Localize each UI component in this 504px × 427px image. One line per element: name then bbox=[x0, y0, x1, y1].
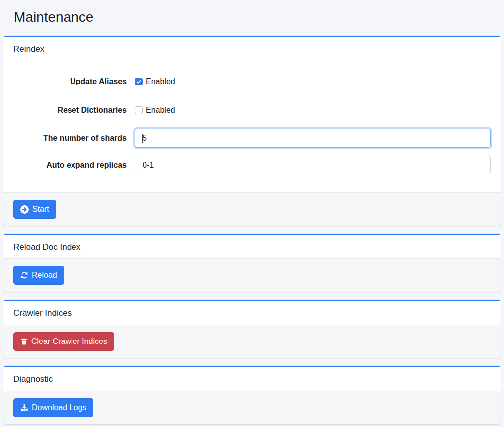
crawler-indices-card-header: Crawler Indices bbox=[3, 301, 501, 325]
update-aliases-row: Update Aliases Enabled bbox=[13, 71, 491, 92]
update-aliases-checkbox-label: Enabled bbox=[146, 77, 175, 86]
clear-crawler-indices-button-label: Clear Crawler Indices bbox=[31, 337, 107, 346]
diagnostic-card-title: Diagnostic bbox=[13, 374, 53, 384]
update-aliases-checkbox[interactable] bbox=[135, 78, 143, 85]
number-of-shards-row: The number of shards bbox=[13, 129, 491, 148]
arrow-circle-right-icon bbox=[20, 205, 29, 214]
update-aliases-label: Update Aliases bbox=[13, 77, 127, 86]
number-of-shards-label: The number of shards bbox=[13, 133, 127, 143]
reindex-card: Reindex Update Aliases Enabled Reset Dic… bbox=[3, 36, 501, 226]
page-title: Maintenance bbox=[14, 9, 490, 26]
reload-button[interactable]: Reload bbox=[13, 266, 64, 285]
number-of-shards-input[interactable] bbox=[135, 129, 491, 148]
crawler-indices-card-title: Crawler Indices bbox=[13, 308, 72, 318]
reload-doc-index-card-header: Reload Doc Index bbox=[3, 235, 501, 259]
reindex-card-body: Update Aliases Enabled Reset Dictionarie… bbox=[3, 61, 501, 192]
reset-dictionaries-label: Reset Dictionaries bbox=[13, 105, 127, 115]
start-button-label: Start bbox=[32, 205, 49, 214]
trash-icon bbox=[20, 338, 28, 345]
auto-expand-replicas-field bbox=[135, 156, 491, 174]
reset-dictionaries-checkbox-label: Enabled bbox=[146, 106, 175, 115]
reload-doc-index-card: Reload Doc Index Reload bbox=[3, 234, 501, 292]
reindex-card-header: Reindex bbox=[3, 37, 501, 61]
download-logs-button-label: Download Logs bbox=[32, 403, 86, 412]
reload-doc-index-card-footer: Reload bbox=[3, 259, 501, 292]
check-icon bbox=[136, 79, 142, 85]
reindex-card-title: Reindex bbox=[13, 44, 44, 54]
text-caret bbox=[142, 134, 143, 143]
reload-button-label: Reload bbox=[32, 271, 57, 280]
maintenance-page: Maintenance Reindex Update Aliases Enabl… bbox=[0, 9, 504, 424]
download-icon bbox=[20, 404, 28, 412]
crawler-indices-card-footer: Clear Crawler Indices bbox=[3, 325, 501, 358]
reset-dictionaries-row: Reset Dictionaries Enabled bbox=[13, 100, 491, 121]
clear-crawler-indices-button[interactable]: Clear Crawler Indices bbox=[13, 332, 114, 351]
sync-icon bbox=[20, 271, 28, 279]
auto-expand-replicas-row: Auto expand replicas bbox=[13, 156, 491, 174]
diagnostic-card-footer: Download Logs bbox=[3, 391, 501, 424]
crawler-indices-card: Crawler Indices Clear Crawler Indices bbox=[3, 300, 501, 358]
reindex-card-footer: Start bbox=[3, 192, 501, 226]
update-aliases-field: Enabled bbox=[135, 77, 491, 86]
diagnostic-card-header: Diagnostic bbox=[3, 367, 501, 391]
start-button[interactable]: Start bbox=[13, 200, 56, 219]
auto-expand-replicas-input[interactable] bbox=[135, 156, 491, 174]
reset-dictionaries-checkbox[interactable] bbox=[135, 106, 143, 114]
diagnostic-card: Diagnostic Download Logs bbox=[3, 366, 501, 424]
number-of-shards-field bbox=[135, 129, 491, 148]
reload-doc-index-card-title: Reload Doc Index bbox=[13, 242, 80, 252]
download-logs-button[interactable]: Download Logs bbox=[13, 398, 93, 417]
auto-expand-replicas-label: Auto expand replicas bbox=[13, 160, 127, 170]
reset-dictionaries-field: Enabled bbox=[135, 106, 491, 115]
